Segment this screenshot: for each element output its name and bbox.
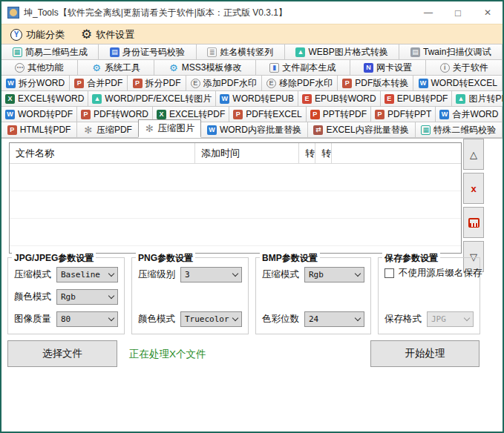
watermark-icon: E [191, 79, 200, 88]
tab-label: 添加PDF水印 [203, 77, 257, 90]
chevron-down-icon [464, 315, 470, 321]
compress-image-panel: 文件名称添加时间转转 △x▽ JPG/JPEG参数设置压缩模式Baseline颜… [1, 138, 503, 432]
window-title: 坤_Tools【软件完全离线|更新请看关于软件|版本：正式版 V0.3.1】 [24, 7, 413, 19]
tab-EXCEL转WORD[interactable]: XEXCEL转WORD [1, 90, 88, 107]
tab-拆分PDF[interactable]: P拆分PDF [127, 75, 186, 91]
select-图像质量[interactable]: 80 [56, 311, 118, 327]
menu-function-category[interactable]: Y 功能分类 [10, 28, 65, 42]
tab-label: PDF转WORD [94, 108, 148, 121]
select-压缩模式[interactable]: Rgb [304, 267, 364, 282]
tab-PDF转PPT[interactable]: PPDF转PPT [370, 106, 436, 122]
param-label: 保存格式 [384, 313, 422, 325]
tab-label: WORD内容批量替换 [220, 124, 301, 136]
tab-WORD转EXCEL[interactable]: WWORD转EXCEL [413, 75, 503, 91]
tab-文件副本生成[interactable]: ▮文件副本生成 [255, 59, 350, 76]
menu-software-settings[interactable]: ⚙ 软件设置 [81, 28, 134, 42]
select-file-button[interactable]: 选择文件 [7, 340, 117, 367]
tab-MSS3模板修改[interactable]: ⚙MSS3模板修改 [154, 59, 255, 76]
tab-移除PDF水印[interactable]: E移除PDF水印 [261, 75, 338, 91]
tab-label: HTML转PDF [20, 124, 71, 136]
compress-icon: ✻ [144, 123, 154, 133]
delete-selected-button[interactable]: x [463, 173, 484, 204]
word-icon: W [419, 79, 428, 88]
tab-简易二维码生成[interactable]: ▦简易二维码生成 [1, 44, 99, 60]
maximize-button[interactable]: □ [443, 1, 473, 24]
tab-label: 压缩PDF [96, 124, 132, 136]
tab-压缩PDF[interactable]: ✻压缩PDF [76, 122, 139, 138]
tab-合并PDF[interactable]: P合并PDF [69, 75, 128, 91]
tab-label: 拆分WORD [19, 77, 65, 90]
function-tabs: ▦简易二维码生成▤身份证号码校验≣姓名横转竖列▲WEBP图片格式转换▤Twain… [1, 44, 503, 138]
tab-添加PDF水印[interactable]: E添加PDF水印 [186, 75, 262, 91]
tab-压缩图片[interactable]: ✻压缩图片 [138, 119, 202, 138]
gear-blue-icon: ⚙ [91, 62, 102, 73]
select-色彩位数[interactable]: 24 [304, 311, 364, 327]
pdf-icon: P [342, 79, 352, 88]
tab-关于软件[interactable]: i关于软件 [425, 59, 503, 76]
column-header-添加时间[interactable]: 添加时间 [195, 143, 299, 163]
tab-EPUB转PDF[interactable]: EEPUB转PDF [380, 90, 453, 107]
select-保存格式: JPG [427, 311, 474, 327]
param-label: 颜色模式 [138, 313, 175, 325]
chevron-down-icon [108, 293, 114, 299]
select-value: 80 [61, 314, 71, 324]
tab-WORD转EPUB[interactable]: WWORD转EPUB [215, 90, 298, 107]
tab-WORD内容批量替换[interactable]: WWORD内容批量替换 [200, 122, 308, 138]
tab-其他功能[interactable]: ⋯其他功能 [1, 59, 78, 76]
processing-status-text: 正在处理X个文件 [129, 348, 206, 361]
info-icon: i [440, 63, 450, 73]
tab-EPUB转WORD[interactable]: EEPUB转WORD [298, 90, 381, 107]
close-button[interactable]: ✕ [473, 1, 503, 24]
select-颜色模式[interactable]: Truecolor [180, 311, 242, 327]
tab-合并WORD[interactable]: W合并WORD [435, 106, 503, 122]
param-label: 颜色模式 [14, 291, 51, 303]
chevron-down-icon [355, 315, 361, 321]
select-压缩模式[interactable]: Baseline [56, 267, 118, 282]
checkbox-不使用源后缀名保存[interactable]: 不使用源后缀名保存 [384, 267, 474, 280]
param-row-颜色模式: 颜色模式Truecolor [138, 311, 242, 327]
tab-label: 简易二维码生成 [25, 46, 88, 59]
move-up-button[interactable]: △ [463, 139, 484, 170]
param-group-JPG/JPEG参数设置: JPG/JPEG参数设置压缩模式Baseline颜色模式Rgb图像质量80 [7, 257, 125, 334]
select-压缩级别[interactable]: 3 [180, 267, 242, 282]
param-row-压缩模式: 压缩模式Baseline [14, 267, 118, 282]
tab-姓名横转竖列[interactable]: ≣姓名横转竖列 [196, 44, 285, 60]
tab-身份证号码校验[interactable]: ▤身份证号码校验 [98, 44, 196, 60]
tab-系统工具[interactable]: ⚙系统工具 [77, 59, 155, 76]
clear-list-button[interactable] [463, 207, 484, 238]
tab-EXCEL内容批量替换[interactable]: ⇄EXCEL内容批量替换 [307, 122, 416, 138]
compress-icon: ✻ [83, 125, 94, 135]
tab-PDF转EXCEL[interactable]: PPDF转EXCEL [229, 106, 306, 122]
column-header-转[interactable]: 转 [299, 143, 315, 163]
tab-WORD转PDF[interactable]: WWORD转PDF [1, 106, 77, 122]
param-label: 压缩模式 [262, 268, 299, 281]
pdf-icon: P [7, 125, 17, 135]
tab-label: WORD转EXCEL [431, 77, 497, 90]
column-header-文件名称[interactable]: 文件名称 [10, 143, 195, 163]
tab-HTML转PDF[interactable]: PHTML转PDF [1, 122, 77, 138]
tab-label: Twain扫描仪调试 [423, 46, 491, 59]
excel-icon: X [157, 110, 166, 119]
start-processing-button[interactable]: 开始处理 [370, 340, 480, 367]
tab-图片转PDF[interactable]: ▲图片转PDF [451, 90, 504, 107]
select-颜色模式[interactable]: Rgb [56, 289, 118, 305]
tab-WEBP图片格式转换[interactable]: ▲WEBP图片格式转换 [284, 44, 400, 60]
minimize-button[interactable]: — [413, 1, 443, 24]
column-header-转[interactable]: 转 [315, 143, 332, 163]
checkbox-label: 不使用源后缀名保存 [399, 267, 482, 280]
tab-PPT转PDF[interactable]: PPPT转PDF [306, 106, 371, 122]
tab-WORD/PDF/EXCEL转图片[interactable]: ▲WORD/PDF/EXCEL转图片 [88, 90, 216, 107]
image-icon: ▲ [456, 94, 465, 104]
tab-Twain扫描仪调试[interactable]: ▤Twain扫描仪调试 [399, 44, 503, 60]
checkbox-box[interactable] [384, 268, 394, 278]
tab-label: 系统工具 [105, 62, 140, 74]
chevron-down-icon [232, 315, 238, 321]
tab-label: EXCEL内容批量替换 [326, 124, 408, 136]
file-copy-icon: ▮ [269, 63, 279, 73]
tab-特殊二维码校验[interactable]: ▦特殊二维码校验 [415, 122, 503, 138]
file-list-body [10, 164, 461, 253]
tab-PDF版本转换[interactable]: PPDF版本转换 [337, 75, 413, 91]
select-value: JPG [431, 314, 446, 324]
tab-拆分WORD[interactable]: W拆分WORD [1, 75, 70, 91]
tab-网卡设置[interactable]: N网卡设置 [350, 59, 427, 76]
